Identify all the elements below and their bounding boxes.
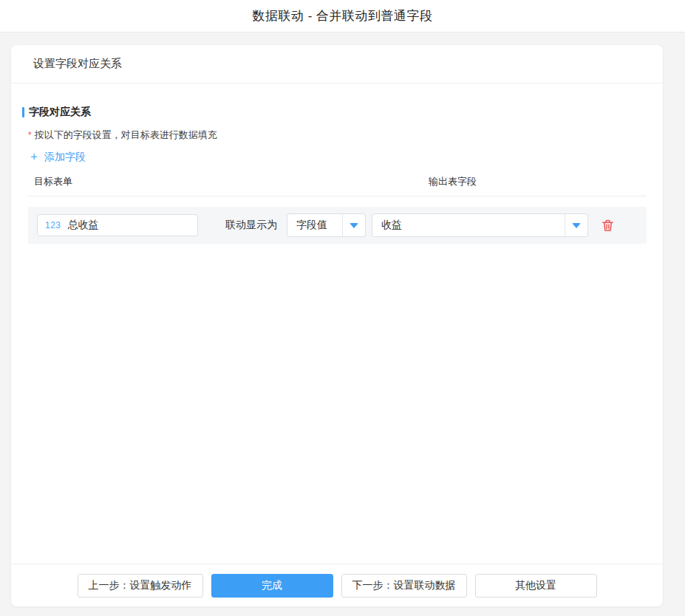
target-field-value: 总收益 bbox=[68, 219, 99, 232]
card-header: 设置字段对应关系 bbox=[11, 45, 663, 83]
output-field-value: 收益 bbox=[372, 219, 565, 232]
chevron-down-icon bbox=[572, 223, 581, 228]
chevron-down-icon bbox=[350, 223, 358, 228]
section-title-text: 字段对应关系 bbox=[29, 106, 91, 119]
required-asterisk: * bbox=[28, 130, 32, 140]
finish-button[interactable]: 完成 bbox=[211, 574, 333, 598]
display-mode-caret-cell bbox=[342, 214, 365, 236]
card-title: 设置字段对应关系 bbox=[33, 57, 122, 71]
card-body: 字段对应关系 *按以下的字段设置，对目标表进行数据填充 ＋ 添加字段 目标表单 … bbox=[11, 83, 663, 564]
add-field-link[interactable]: ＋ 添加字段 bbox=[28, 149, 86, 165]
target-field-input[interactable]: 123 总收益 bbox=[37, 214, 198, 236]
headers-divider bbox=[28, 196, 647, 196]
plus-icon: ＋ bbox=[28, 149, 40, 165]
accent-bar-icon bbox=[22, 107, 24, 117]
column-headers: 目标表单 输出表字段 bbox=[28, 175, 647, 190]
numeric-field-badge: 123 bbox=[45, 220, 61, 230]
section-note: *按以下的字段设置，对目标表进行数据填充 bbox=[28, 129, 647, 142]
output-field-select[interactable]: 收益 bbox=[372, 213, 588, 237]
output-field-caret-cell bbox=[565, 214, 587, 236]
display-mode-value: 字段值 bbox=[287, 219, 342, 232]
dialog-title: 数据联动 - 合并联动到普通字段 bbox=[252, 7, 432, 24]
display-mode-select[interactable]: 字段值 bbox=[287, 213, 366, 237]
other-settings-button[interactable]: 其他设置 bbox=[475, 574, 597, 598]
next-step-button[interactable]: 下一步：设置联动数据 bbox=[341, 574, 467, 598]
prev-step-button[interactable]: 上一步：设置触发动作 bbox=[78, 574, 203, 598]
add-field-label: 添加字段 bbox=[44, 151, 86, 164]
settings-card: 设置字段对应关系 字段对应关系 *按以下的字段设置，对目标表进行数据填充 ＋ 添… bbox=[11, 45, 663, 606]
section-note-text: 按以下的字段设置，对目标表进行数据填充 bbox=[35, 129, 217, 140]
column-header-output-field: 输出表字段 bbox=[429, 175, 477, 188]
mapping-row: 123 总收益 联动显示为 字段值 收益 bbox=[28, 207, 647, 244]
link-display-label: 联动显示为 bbox=[225, 219, 277, 232]
dialog-header: 数据联动 - 合并联动到普通字段 bbox=[0, 0, 685, 32]
section-title: 字段对应关系 bbox=[22, 106, 647, 119]
trash-icon bbox=[601, 219, 615, 233]
footer-actions: 上一步：设置触发动作 完成 下一步：设置联动数据 其他设置 bbox=[11, 564, 663, 606]
column-header-target-form: 目标表单 bbox=[34, 175, 72, 188]
delete-row-button[interactable] bbox=[600, 218, 615, 233]
